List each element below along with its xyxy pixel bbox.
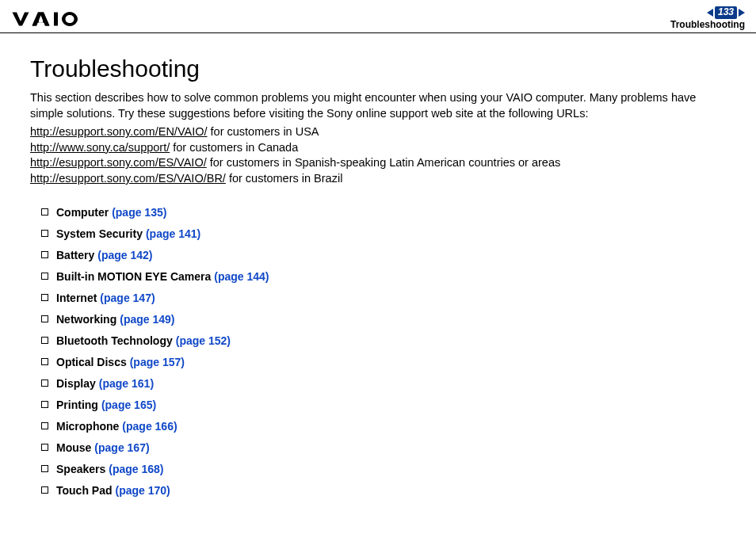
bullet-icon	[41, 251, 48, 258]
toc-page-ref[interactable]: (page 144)	[214, 270, 269, 283]
toc-item: Internet(page 147)	[41, 292, 726, 304]
toc-page-ref[interactable]: (page 161)	[99, 377, 154, 390]
toc-label: Microphone	[56, 420, 119, 433]
toc-label: Networking	[56, 313, 116, 326]
bullet-icon	[41, 422, 48, 429]
toc-label: Touch Pad	[56, 484, 113, 497]
bullet-icon	[41, 380, 48, 387]
prev-page-arrow-icon[interactable]	[707, 9, 713, 17]
bullet-icon	[41, 337, 48, 344]
page-header: 133 Troubleshooting	[0, 0, 756, 33]
toc-label: Mouse	[56, 441, 91, 454]
support-url-line: http://www.sony.ca/support/ for customer…	[30, 140, 726, 156]
bullet-icon	[41, 358, 48, 365]
toc-label: Bluetooth Technology	[56, 334, 173, 347]
toc-label: Speakers	[56, 463, 105, 475]
toc-item: Printing(page 165)	[41, 399, 726, 411]
toc-page-ref[interactable]: (page 170)	[116, 484, 170, 497]
toc-label: Internet	[56, 292, 97, 304]
toc-item: Mouse(page 167)	[41, 441, 726, 454]
support-url-link[interactable]: http://esupport.sony.com/ES/VAIO/	[30, 156, 207, 169]
toc-page-ref[interactable]: (page 147)	[100, 292, 155, 304]
toc-item: Optical Discs(page 157)	[41, 356, 726, 368]
toc-label: System Security	[56, 227, 143, 240]
bullet-icon	[41, 401, 48, 408]
support-url-link[interactable]: http://esupport.sony.com/EN/VAIO/	[30, 125, 208, 138]
support-url-suffix: for customers in Canada	[170, 141, 298, 154]
page-navigation: 133	[670, 6, 745, 19]
toc-page-ref[interactable]: (page 167)	[94, 441, 149, 454]
page-title: Troubleshooting	[30, 55, 726, 82]
vaio-logo	[11, 11, 86, 27]
support-url-suffix: for customers in Spanish-speaking Latin …	[207, 156, 561, 169]
toc-page-ref[interactable]: (page 157)	[130, 356, 185, 368]
header-right: 133 Troubleshooting	[670, 6, 745, 31]
bullet-icon	[41, 294, 48, 301]
bullet-icon	[41, 444, 48, 451]
intro-paragraph: This section describes how to solve comm…	[30, 90, 726, 121]
bullet-icon	[41, 208, 48, 216]
support-url-suffix: for customers in Brazil	[226, 172, 342, 185]
toc-label: Printing	[56, 399, 98, 411]
toc-page-ref[interactable]: (page 142)	[97, 249, 152, 261]
bullet-icon	[41, 273, 48, 280]
bullet-icon	[41, 486, 48, 494]
toc-label: Optical Discs	[56, 356, 127, 368]
toc-item: Touch Pad(page 170)	[41, 484, 726, 497]
toc-label: Display	[56, 377, 96, 390]
toc-page-ref[interactable]: (page 168)	[109, 463, 163, 475]
toc-page-ref[interactable]: (page 149)	[120, 313, 174, 326]
support-url-line: http://esupport.sony.com/EN/VAIO/ for cu…	[30, 124, 726, 140]
page-number: 133	[715, 6, 737, 19]
toc-item: Computer(page 135)	[41, 206, 726, 219]
toc-item: Display(page 161)	[41, 377, 726, 390]
toc-page-ref[interactable]: (page 166)	[122, 420, 177, 433]
support-url-link[interactable]: http://www.sony.ca/support/	[30, 141, 170, 154]
bullet-icon	[41, 230, 48, 237]
toc-item: System Security(page 141)	[41, 227, 726, 240]
toc-item: Built-in MOTION EYE Camera(page 144)	[41, 270, 726, 283]
toc-page-ref[interactable]: (page 165)	[101, 399, 156, 411]
svg-rect-1	[54, 12, 58, 25]
bullet-icon	[41, 465, 48, 472]
toc-item: Battery(page 142)	[41, 249, 726, 261]
toc-item: Bluetooth Technology(page 152)	[41, 334, 726, 347]
toc-page-ref[interactable]: (page 135)	[112, 206, 166, 219]
support-url-link[interactable]: http://esupport.sony.com/ES/VAIO/BR/	[30, 172, 226, 185]
toc-label: Built-in MOTION EYE Camera	[56, 270, 211, 283]
toc-item: Microphone(page 166)	[41, 420, 726, 433]
section-label: Troubleshooting	[670, 19, 745, 32]
toc-page-ref[interactable]: (page 141)	[146, 227, 200, 240]
toc-page-ref[interactable]: (page 152)	[176, 334, 231, 347]
bullet-icon	[41, 315, 48, 322]
page-content: Troubleshooting This section describes h…	[0, 33, 756, 513]
toc-list: Computer(page 135) System Security(page …	[41, 206, 726, 497]
support-url-line: http://esupport.sony.com/ES/VAIO/ for cu…	[30, 155, 726, 171]
toc-label: Computer	[56, 206, 109, 219]
svg-rect-0	[39, 20, 43, 23]
next-page-arrow-icon[interactable]	[739, 9, 745, 17]
toc-item: Speakers(page 168)	[41, 463, 726, 475]
toc-item: Networking(page 149)	[41, 313, 726, 326]
toc-label: Battery	[56, 249, 94, 261]
support-url-line: http://esupport.sony.com/ES/VAIO/BR/ for…	[30, 171, 726, 187]
support-url-suffix: for customers in USA	[208, 125, 319, 138]
